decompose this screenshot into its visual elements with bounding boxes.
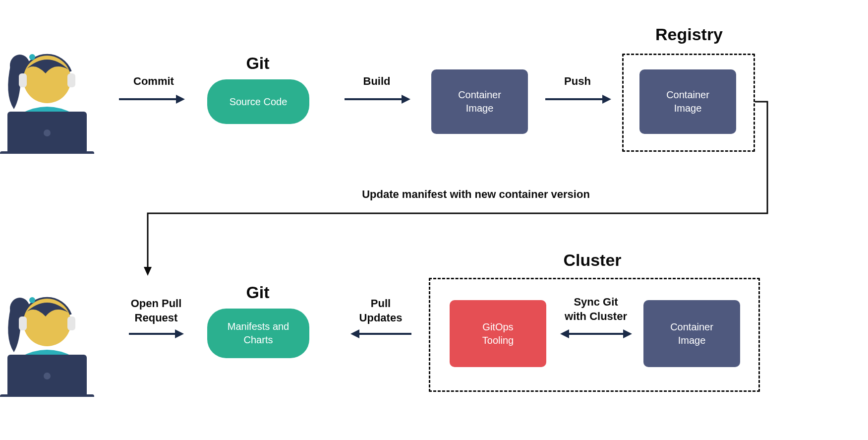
svg-rect-17 — [19, 316, 27, 330]
svg-marker-24 — [175, 329, 184, 338]
arrow-sync — [560, 326, 632, 341]
git-title-2: Git — [228, 283, 288, 302]
arrow-label-sync: Sync Gitwith Cluster — [561, 295, 631, 323]
node-manifests-label: Manifests andCharts — [228, 320, 289, 347]
svg-marker-26 — [350, 329, 359, 338]
node-manifests: Manifests andCharts — [207, 309, 309, 358]
arrow-pull — [349, 326, 414, 341]
arrow-label-pr: Open PullRequest — [119, 297, 193, 325]
git-title-1: Git — [228, 54, 288, 73]
node-container-image-3-label: ContainerImage — [670, 320, 713, 347]
svg-point-22 — [44, 373, 51, 379]
node-container-image-3: ContainerImage — [643, 300, 740, 367]
svg-point-19 — [29, 297, 35, 303]
svg-rect-2 — [19, 73, 27, 87]
arrow-label-commit: Commit — [124, 74, 183, 89]
cluster-title: Cluster — [543, 251, 642, 270]
svg-rect-3 — [67, 73, 75, 87]
svg-rect-21 — [0, 394, 94, 397]
svg-marker-28 — [560, 329, 569, 338]
developer-icon — [0, 35, 94, 154]
svg-point-7 — [44, 129, 51, 136]
registry-title: Registry — [630, 25, 749, 44]
developer-icon-2 — [0, 278, 94, 397]
svg-marker-29 — [623, 329, 632, 338]
svg-rect-6 — [0, 151, 94, 154]
svg-point-4 — [29, 54, 35, 60]
connector-line — [144, 99, 773, 278]
arrow-pr — [126, 326, 185, 341]
arrow-label-push: Push — [553, 74, 602, 89]
svg-rect-18 — [67, 316, 75, 330]
svg-marker-14 — [144, 267, 152, 276]
node-gitops-tooling: GitOpsTooling — [450, 300, 546, 367]
arrow-label-build: Build — [352, 74, 402, 89]
node-gitops-tooling-label: GitOpsTooling — [482, 320, 514, 347]
arrow-label-pull: PullUpdates — [351, 297, 410, 325]
